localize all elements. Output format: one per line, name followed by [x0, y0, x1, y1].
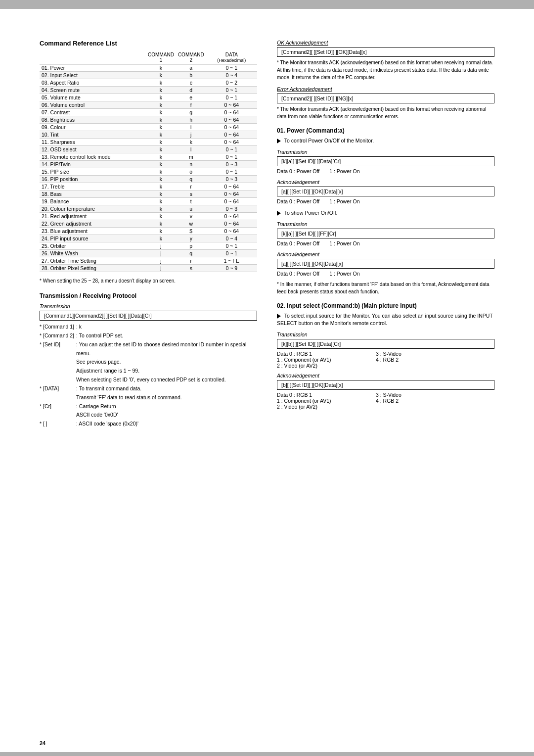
cmd-data: 0 ~ 64 [206, 228, 257, 235]
power-data-ack2: Data 0 : Power Off1 : Power On [277, 271, 494, 278]
cmd-data: 0 ~ 1 [206, 250, 257, 257]
cmd1: k [146, 101, 176, 109]
cmd2: s [176, 265, 206, 272]
table-row: 10. Tint k j 0 ~ 64 [40, 131, 257, 139]
col-header-cmd1: COMMAND 1 [146, 51, 176, 64]
triangle-icon2 [277, 211, 281, 216]
power-tx-code: [k][a][ ][Set ID][ ][Data][Cr] [277, 156, 494, 166]
data-row: Data 0 : Power Off1 : Power On [277, 168, 359, 174]
cmd2: i [176, 124, 206, 131]
cmd1: k [146, 220, 176, 228]
cmd2: t [176, 198, 206, 205]
bullet-val: : You can adjust the set ID to choose de… [76, 340, 257, 384]
power-section: 01. Power (Command:a) To control Power O… [277, 127, 494, 295]
cmd2: n [176, 161, 206, 168]
table-row: 18. Bass k s 0 ~ 64 [40, 190, 257, 198]
table-row: 12. OSD select k l 0 ~ 1 [40, 146, 257, 153]
cmd-name: 18. Bass [40, 190, 146, 198]
cmd2: p [176, 242, 206, 250]
cmd1: k [146, 168, 176, 176]
cmd2: q [176, 176, 206, 183]
cmd-data: 0 ~ 64 [206, 131, 257, 139]
cmd2: u [176, 205, 206, 213]
bullet-key: * [ ] [40, 420, 74, 428]
cmd2: e [176, 94, 206, 101]
table-row: 21. Red adjustment k v 0 ~ 64 [40, 213, 257, 220]
cmd2: h [176, 116, 206, 124]
power-data-ack: Data 0 : Power Off1 : Power On [277, 198, 494, 205]
cmd1: k [146, 228, 176, 235]
cmd-data: 0 ~ 4 [206, 235, 257, 242]
triangle-icon [277, 139, 281, 143]
table-row: 26. White Wash j q 0 ~ 1 [40, 250, 257, 257]
data-row: Data 0 : RGB 13 : S-Video [277, 392, 494, 398]
err-ack-label: Error Acknowledgement [277, 86, 494, 92]
input-ack-code: [b][ ][Set ID][ ][OK][Data][x] [277, 380, 494, 390]
cmd-name: 20. Colour temperature [40, 205, 146, 213]
cmd1: k [146, 94, 176, 101]
cmd-data: 0 ~ 4 [206, 72, 257, 79]
power-ack2-code: [a][ ][Set ID][ ][OK][Data][x] [277, 259, 494, 269]
table-row: 05. Volume mute k e 0 ~ 1 [40, 94, 257, 101]
bullet-item: * [Command 1]: k [40, 323, 257, 331]
power-ack2-label: Acknowledgement [277, 251, 494, 257]
table-row: 11. Sharpness k k 0 ~ 64 [40, 139, 257, 146]
cmd1: j [146, 250, 176, 257]
data-row: Data 0 : Power Off1 : Power On [277, 198, 359, 204]
power-star-note: * In like manner, if other functions tra… [277, 281, 494, 295]
data-label: 1 : Component (or AV1) [277, 398, 366, 404]
cmd1: k [146, 198, 176, 205]
table-row: 14. PIP/Twin k n 0 ~ 3 [40, 161, 257, 168]
table-row: 23. Blue adjustment k $ 0 ~ 64 [40, 228, 257, 235]
power-to-show: To show Power On/Off. [277, 209, 494, 217]
bullet-item: * [DATA]: To transmit command data. Tran… [40, 384, 257, 402]
cmd-data: 0 ~ 3 [206, 176, 257, 183]
cmd1: k [146, 124, 176, 131]
ok-ack-note: * The Monitor transmits ACK (acknowledge… [277, 59, 494, 81]
data-val: 3 : S-Video [376, 392, 401, 398]
cmd-name: 21. Red adjustment [40, 213, 146, 220]
data-row: Data 0 : Power Off1 : Power On [277, 271, 359, 277]
table-row: 09. Colour k i 0 ~ 64 [40, 124, 257, 131]
cmd2: j [176, 131, 206, 139]
cmd1: k [146, 176, 176, 183]
cmd2: k [176, 139, 206, 146]
data-label: Data 0 : Power Off [277, 198, 319, 204]
col-header-name [40, 51, 146, 64]
cmd-name: 15. PIP size [40, 168, 146, 176]
cmd-data: 0 ~ 3 [206, 161, 257, 168]
cmd-name: 13. Remote control lock mode [40, 153, 146, 161]
cmd2: m [176, 153, 206, 161]
table-row: 07. Contrast k g 0 ~ 64 [40, 109, 257, 116]
cmd2: c [176, 79, 206, 87]
bullet-item: * [Command 2]: To control PDP set. [40, 331, 257, 340]
col-header-cmd2: COMMAND 2 [176, 51, 206, 64]
cmd2: r [176, 257, 206, 265]
cmd-name: 01. Power [40, 64, 146, 72]
cmd-name: 10. Tint [40, 131, 146, 139]
bullet-key: * [Cr] [40, 402, 74, 420]
data-val: 3 : S-Video [376, 351, 401, 357]
data-label: Data 0 : Power Off [277, 168, 319, 174]
power-data-tx: Data 0 : Power Off1 : Power On [277, 168, 494, 175]
bullet-val: : To control PDP set. [76, 331, 257, 340]
cmd-name: 19. Balance [40, 198, 146, 205]
cmd-name: 16. PIP position [40, 176, 146, 183]
data-label: Data 0 : RGB 1 [277, 351, 366, 357]
bullet-val: : To transmit command data. Transmit 'FF… [76, 384, 257, 402]
cmd-data: 0 ~ 64 [206, 116, 257, 124]
cmd1: j [146, 257, 176, 265]
data-row: Data 0 : RGB 13 : S-Video [277, 351, 494, 357]
input-ack-label: Acknowledgement [277, 373, 494, 378]
cmd-name: 17. Treble [40, 183, 146, 190]
cmd2: a [176, 64, 206, 72]
cmd2: w [176, 220, 206, 228]
cmd-data: 0 ~ 64 [206, 190, 257, 198]
table-row: 04. Screen mute k d 0 ~ 1 [40, 87, 257, 94]
cmd1: k [146, 235, 176, 242]
data-row: 1 : Component (or AV1)4 : RGB 2 [277, 357, 494, 363]
data-label: 2 : Video (or AV2) [277, 404, 366, 410]
power-section-title: 01. Power (Command:a) [277, 127, 494, 134]
cmd-data: 0 ~ 1 [206, 242, 257, 250]
table-row: 28. Orbiter Pixel Setting j s 0 ~ 9 [40, 265, 257, 272]
